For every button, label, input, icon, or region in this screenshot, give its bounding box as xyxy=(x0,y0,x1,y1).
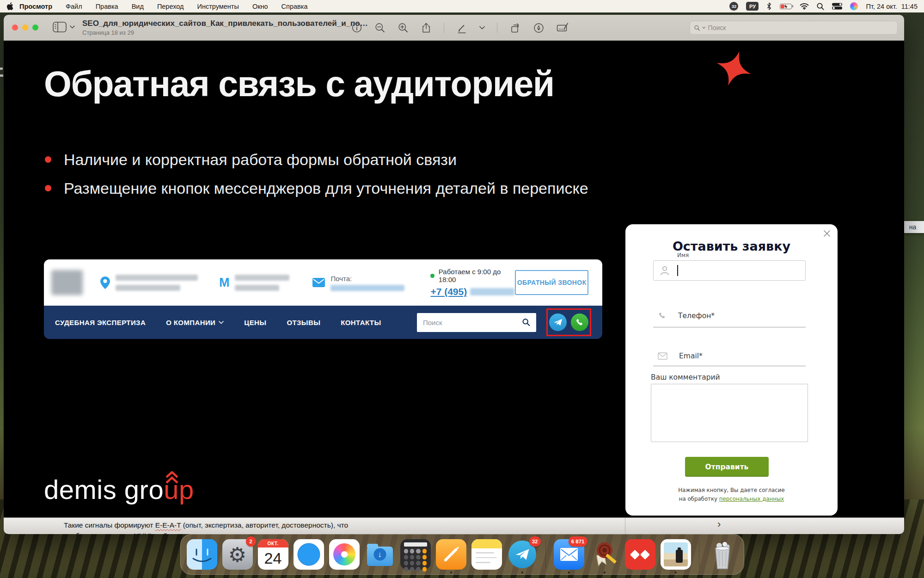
next-page-chevron-icon[interactable]: › xyxy=(717,518,721,530)
wifi-icon[interactable] xyxy=(800,3,809,10)
sidebar-toggle-button[interactable] xyxy=(53,22,75,32)
nav-about[interactable]: О КОМПАНИИ xyxy=(166,319,224,326)
zoom-in-button[interactable] xyxy=(398,22,409,33)
info-button[interactable] xyxy=(351,22,362,33)
diamond-icon xyxy=(640,549,650,559)
comment-textarea[interactable] xyxy=(651,384,808,442)
compass-icon xyxy=(296,542,321,567)
next-page-preview[interactable]: Такие сигналы формируют E-E-A-T (опыт, э… xyxy=(4,517,904,534)
sidebar-icon xyxy=(53,22,67,32)
menu-window[interactable]: Окно xyxy=(252,3,268,10)
personal-data-link[interactable]: персональных данных xyxy=(719,496,784,502)
telegram-status-icon[interactable]: 32 xyxy=(729,2,738,11)
control-center-icon[interactable] xyxy=(832,3,842,10)
calendar-month: ОКТ. xyxy=(258,539,288,547)
telegram-icon[interactable] xyxy=(549,314,567,331)
dock-red-diamond-app[interactable] xyxy=(625,539,655,570)
badge: 6 871 xyxy=(569,536,587,547)
dock-system-settings[interactable]: ⚙ 2 xyxy=(222,539,253,570)
markup-pencil-button[interactable] xyxy=(456,22,467,33)
whatsapp-icon[interactable] xyxy=(571,314,588,331)
menu-bar-clock[interactable]: Пт, 24 окт. 11:45 xyxy=(866,3,918,10)
close-icon[interactable] xyxy=(823,230,831,239)
siri-icon[interactable] xyxy=(850,2,858,10)
zoom-window-button[interactable] xyxy=(32,25,38,31)
dock-downloads-folder[interactable]: ↓ xyxy=(365,539,395,570)
running-indicator xyxy=(603,572,606,574)
pen-circle-button[interactable] xyxy=(533,22,545,34)
dock-calculator[interactable] xyxy=(400,539,431,570)
document-title-block: SEO_для_юридических_сайтов_Как_привлекат… xyxy=(82,19,368,36)
nav-expertise[interactable]: СУДЕБНАЯ ЭКСПЕРТИЗА xyxy=(55,319,146,326)
dock-trash[interactable] xyxy=(707,539,738,570)
close-window-button[interactable] xyxy=(12,25,18,31)
dock-mail[interactable]: 6 871 xyxy=(554,539,584,570)
site-phone[interactable]: +7 (495) xyxy=(430,286,515,297)
site-search-input[interactable] xyxy=(423,319,522,326)
minimize-window-button[interactable] xyxy=(22,25,28,31)
demis-group-logo: demis gro up xyxy=(44,474,194,505)
site-metro-blurred xyxy=(235,275,289,291)
menu-edit[interactable]: Правка xyxy=(96,3,118,10)
email-field[interactable]: Email* xyxy=(658,352,703,360)
search-input[interactable] xyxy=(708,24,893,31)
menu-go[interactable]: Переход xyxy=(157,3,184,10)
apple-menu-icon[interactable] xyxy=(6,2,14,11)
page-column-divider xyxy=(625,518,625,534)
dock-notes[interactable] xyxy=(471,539,502,570)
slide-bullets: Наличие и корректная работа формы обратн… xyxy=(44,148,599,206)
zoom-out-button[interactable] xyxy=(374,22,386,33)
email-label: Почта: xyxy=(330,275,404,283)
status-icons: 32 РУ Пт, 24 окт. 11:45 xyxy=(729,2,918,11)
consent-line1: Нажимая кнопку, Вы даете согласие xyxy=(625,486,838,495)
dock-telegram[interactable]: 32 xyxy=(507,539,538,570)
site-address-blurred xyxy=(116,275,198,291)
person-icon xyxy=(660,265,670,276)
chevron-down-icon xyxy=(70,25,75,29)
menu-view[interactable]: Вид xyxy=(132,3,144,10)
submit-button[interactable]: Отправить xyxy=(685,457,769,477)
dock-calendar[interactable]: ОКТ. 24 xyxy=(258,539,288,570)
toolbar-search-field[interactable] xyxy=(690,21,898,35)
menu-tools[interactable]: Инструменты xyxy=(197,3,239,10)
input-source-icon[interactable]: РУ xyxy=(746,2,759,11)
markup-chevron-button[interactable] xyxy=(479,26,485,30)
battery-icon[interactable] xyxy=(780,4,792,9)
pdf-page: Обратная связь с аудиторией Наличие и ко… xyxy=(4,41,904,517)
dock-certificate-tool[interactable] xyxy=(589,539,620,570)
dock-safari[interactable] xyxy=(294,539,324,570)
phone-prefix[interactable]: +7 (495) xyxy=(430,286,467,297)
share-button[interactable] xyxy=(421,22,432,33)
menu-app[interactable]: Просмотр xyxy=(19,3,52,10)
dock-finder[interactable] xyxy=(187,539,217,570)
site-search-field[interactable] xyxy=(417,313,536,332)
menu-file[interactable]: Файл xyxy=(66,3,82,10)
bullet-item: Наличие и корректная работа формы обратн… xyxy=(44,148,599,171)
running-indicator xyxy=(521,572,523,574)
window-titlebar[interactable]: SEO_для_юридических_сайтов_Как_привлекат… xyxy=(4,15,904,41)
rotate-left-button[interactable] xyxy=(509,22,521,34)
dock-pages[interactable] xyxy=(436,539,466,570)
nav-prices[interactable]: ЦЕНЫ xyxy=(244,319,266,326)
nav-reviews[interactable]: ОТЗЫВЫ xyxy=(287,319,320,326)
site-navbar: СУДЕБНАЯ ЭКСПЕРТИЗА О КОМПАНИИ ЦЕНЫ ОТЗЫ… xyxy=(44,306,602,339)
menu-help[interactable]: Справка xyxy=(281,3,308,10)
clock-date: Пт, 24 окт. xyxy=(866,3,897,10)
dock: ⚙ 2 ОКТ. 24 ↓ xyxy=(180,534,744,575)
pen-icon xyxy=(442,545,460,564)
logo-carets-icon xyxy=(165,460,179,491)
nav-contacts[interactable]: КОНТАКТЫ xyxy=(341,319,381,326)
callback-button[interactable]: ОБРАТНЫЙ ЗВОНОК xyxy=(515,270,588,295)
name-field[interactable] xyxy=(653,260,806,281)
form-fill-button[interactable] xyxy=(557,22,569,33)
running-indicator xyxy=(674,572,677,574)
toolbar-icons xyxy=(351,21,569,34)
phone-field[interactable]: Телефон* xyxy=(658,311,715,320)
bluetooth-icon[interactable] xyxy=(766,2,772,10)
dock-photos[interactable] xyxy=(329,539,360,570)
email-label: Email* xyxy=(679,352,703,360)
spotlight-icon[interactable] xyxy=(817,3,824,10)
running-indicator xyxy=(450,572,452,574)
site-email-blurred[interactable] xyxy=(330,285,404,291)
dock-image-viewer[interactable] xyxy=(661,539,691,570)
